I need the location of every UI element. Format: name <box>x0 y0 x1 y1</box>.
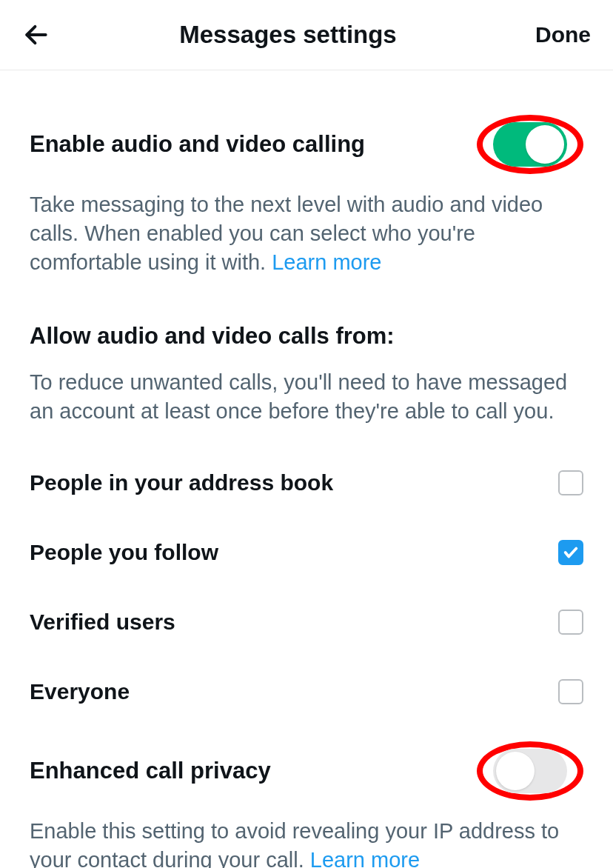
enable-calling-row: Enable audio and video calling <box>30 115 583 174</box>
enable-calling-toggle[interactable] <box>493 122 567 167</box>
option-everyone[interactable]: Everyone <box>30 657 583 727</box>
done-button[interactable]: Done <box>524 22 591 47</box>
checkbox-address-book[interactable] <box>558 470 583 495</box>
arrow-left-icon <box>22 21 50 49</box>
highlight-ring-enable <box>477 115 583 174</box>
enhanced-privacy-desc-text: Enable this setting to avoid revealing y… <box>30 819 559 868</box>
option-label: People in your address book <box>30 470 333 495</box>
option-address-book[interactable]: People in your address book <box>30 448 583 518</box>
highlight-ring-privacy <box>477 741 583 801</box>
option-label: Everyone <box>30 679 130 704</box>
enable-calling-title: Enable audio and video calling <box>30 130 365 159</box>
option-verified[interactable]: Verified users <box>30 587 583 657</box>
allow-from-title: Allow audio and video calls from: <box>30 321 583 351</box>
learn-more-link-calling[interactable]: Learn more <box>272 250 381 274</box>
enable-calling-description: Take messaging to the next level with au… <box>30 190 583 277</box>
page-title: Messages settings <box>52 21 524 49</box>
learn-more-link-privacy[interactable]: Learn more <box>310 848 420 868</box>
option-label: Verified users <box>30 610 175 635</box>
enhanced-privacy-description: Enable this setting to avoid revealing y… <box>30 817 583 868</box>
enhanced-privacy-toggle[interactable] <box>493 749 567 793</box>
checkbox-people-follow[interactable] <box>558 540 583 565</box>
toggle-knob <box>496 752 535 790</box>
content: Enable audio and video calling Take mess… <box>0 70 613 868</box>
option-people-follow[interactable]: People you follow <box>30 518 583 587</box>
header: Messages settings Done <box>0 0 613 70</box>
option-label: People you follow <box>30 540 218 565</box>
enhanced-privacy-title: Enhanced call privacy <box>30 756 271 786</box>
toggle-knob <box>526 125 564 164</box>
back-button[interactable] <box>22 21 52 49</box>
enhanced-privacy-row: Enhanced call privacy <box>30 741 583 801</box>
allow-from-description: To reduce unwanted calls, you'll need to… <box>30 368 583 426</box>
checkbox-verified[interactable] <box>558 610 583 635</box>
checkbox-everyone[interactable] <box>558 679 583 704</box>
